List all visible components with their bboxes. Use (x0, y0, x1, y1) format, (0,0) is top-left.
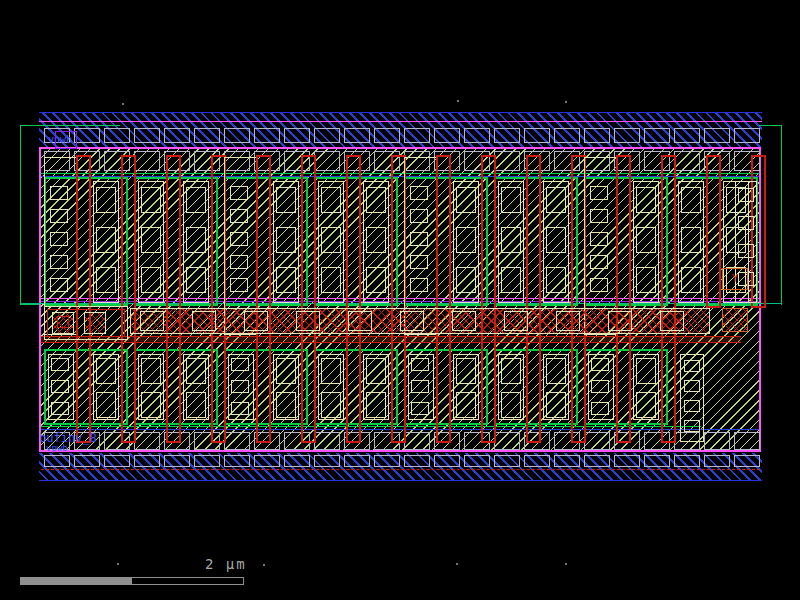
tap-contact (230, 278, 248, 292)
contact-via (186, 358, 206, 384)
tap-contact (50, 186, 68, 200)
scale-bar-filled (20, 577, 132, 585)
port-marker-box (55, 131, 77, 149)
contact-via (681, 267, 701, 293)
rail-contact-strap (614, 128, 640, 143)
tap-contact (410, 186, 428, 200)
contact-via (546, 227, 566, 253)
rail-contact-strap (554, 455, 580, 467)
contact-via (141, 358, 161, 384)
contact-via (141, 227, 161, 253)
contact-via (501, 358, 521, 384)
tap-strap-outline (588, 354, 614, 420)
tap-contact (50, 255, 68, 269)
mid-via (140, 311, 164, 331)
rail-contact-strap (314, 455, 340, 467)
tap-contact (410, 278, 428, 292)
tap-contact (590, 186, 608, 200)
tap-contact (684, 420, 700, 432)
grid-dot (565, 101, 567, 103)
rail-contact-strap (674, 128, 700, 143)
tap-contact (410, 255, 428, 269)
nwell-outline-top-right (759, 125, 781, 126)
grid-dot (122, 103, 124, 105)
grid-dot (263, 564, 265, 566)
scale-bar-label: 2 µm (205, 556, 247, 572)
contact-via (501, 227, 521, 253)
poly-gate-finger (706, 155, 721, 308)
mid-via (660, 311, 684, 331)
tap-contact (50, 209, 68, 223)
rail-contact-strap (374, 128, 400, 143)
tap-contact (50, 278, 68, 292)
rail-contact-strap (104, 128, 130, 143)
contact-via (141, 392, 161, 418)
nwell-outline-left (20, 125, 21, 304)
metal-strap (584, 432, 610, 450)
contact-via (546, 392, 566, 418)
rail-contact-strap (344, 455, 370, 467)
poly-gate-finger (481, 155, 496, 443)
contact-via (321, 358, 341, 384)
contact-via (366, 392, 386, 418)
tap-contact (230, 186, 248, 200)
tap-contact (590, 209, 608, 223)
rail-contact-strap (644, 128, 670, 143)
poly-gate-finger (616, 155, 631, 443)
layout-canvas[interactable]: vnwb bufinv_8 vpwb Y 2 µm (0, 0, 800, 600)
rail-contact-strap (434, 128, 460, 143)
rail-contact-strap (284, 128, 310, 143)
tap-contact (230, 209, 248, 223)
rail-contact-strap (704, 455, 730, 467)
rail-contact-strap (464, 455, 490, 467)
contact-via (546, 267, 566, 293)
rail-contact-strap (554, 128, 580, 143)
grid-dot (456, 563, 458, 565)
output-port-via-box (722, 308, 748, 332)
rail-contact-strap (584, 455, 610, 467)
rail-contact-strap (224, 455, 250, 467)
metal-strap (494, 432, 520, 450)
poly-gate-finger (76, 155, 91, 443)
diffusion-edge-line (41, 426, 701, 427)
contact-via (141, 267, 161, 293)
poly-gate-finger (256, 155, 271, 443)
rail-contact-strap (134, 455, 160, 467)
contact-via (501, 267, 521, 293)
poly-gate-finger (436, 155, 451, 443)
rail-contact-strap (314, 128, 340, 143)
contact-via (96, 187, 116, 213)
contact-via (456, 227, 476, 253)
rail-contact-strap (284, 455, 310, 467)
output-port-label: Y (732, 273, 738, 284)
contact-via (636, 227, 656, 253)
contact-via (96, 267, 116, 293)
metal-strap (134, 151, 160, 171)
mid-via (244, 311, 268, 331)
contact-via (96, 227, 116, 253)
contact-via (96, 392, 116, 418)
contact-via (186, 187, 206, 213)
tap-contact (738, 244, 754, 258)
mid-via (84, 312, 106, 334)
tap-contact (230, 255, 248, 269)
contact-via (636, 187, 656, 213)
contact-via (321, 267, 341, 293)
poly-gate-finger (121, 155, 136, 443)
nwell-outline-right (781, 125, 782, 305)
rail-contact-strap (194, 128, 220, 143)
rail-contact-strap (524, 128, 550, 143)
rail-contact-strap (614, 455, 640, 467)
poly-gate-finger (346, 155, 361, 443)
rail-contact-strap (464, 128, 490, 143)
rail-contact-strap (164, 455, 190, 467)
rail-contact-strap (524, 455, 550, 467)
rail-contact-strap (74, 455, 100, 467)
contact-via (636, 392, 656, 418)
rail-contact-strap (194, 455, 220, 467)
contact-via (456, 187, 476, 213)
contact-via (276, 227, 296, 253)
rail-contact-strap (494, 455, 520, 467)
contact-via (276, 267, 296, 293)
scale-bar-outline (131, 577, 244, 585)
